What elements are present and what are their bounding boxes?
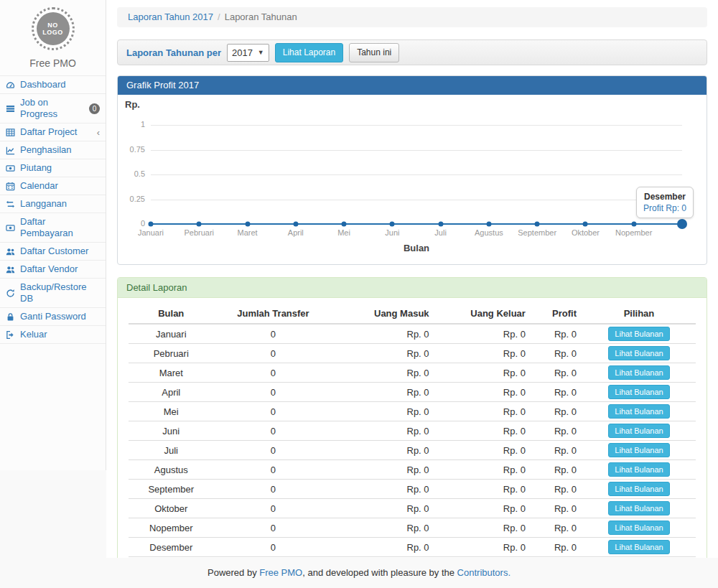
chart-panel-title: Grafik Profit 2017 (118, 76, 707, 95)
view-monthly-button[interactable]: Lihat Bulanan (608, 521, 669, 535)
data-point-maret[interactable] (245, 222, 250, 227)
sidebar-menu: DashboardJob on Progress0Daftar Project‹… (0, 75, 106, 344)
data-point-juni[interactable] (390, 222, 395, 227)
sidebar-item-langganan[interactable]: Langganan (0, 195, 106, 213)
data-point-oktober[interactable] (583, 222, 588, 227)
data-point-januari[interactable] (149, 222, 154, 227)
year-select[interactable]: 2017▼ (227, 44, 269, 62)
data-point-pebruari[interactable] (197, 222, 202, 227)
table-row: Nopember0Rp. 0Rp. 0Rp. 0Lihat Bulanan (129, 518, 696, 538)
cell-bulan: Agustus (129, 460, 214, 480)
footer-text-middle: , and developed with pleasure by the (302, 567, 457, 578)
table-row: April0Rp. 0Rp. 0Rp. 0Lihat Bulanan (129, 383, 696, 402)
cell-profit: Rp. 0 (531, 480, 582, 499)
view-monthly-button[interactable]: Lihat Bulanan (608, 462, 669, 477)
calendar-icon (6, 182, 16, 191)
view-monthly-button[interactable]: Lihat Bulanan (608, 482, 669, 496)
sidebar-item-label: Daftar Customer (20, 246, 88, 257)
sidebar-item-job-on-progress[interactable]: Job on Progress0 (0, 93, 106, 123)
data-point-september[interactable] (535, 222, 540, 227)
cell-profit: Rp. 0 (531, 383, 582, 402)
cell-uang-masuk: Rp. 0 (332, 538, 434, 557)
view-monthly-button[interactable]: Lihat Bulanan (608, 501, 669, 515)
sidebar-item-daftar-vendor[interactable]: Daftar Vendor (0, 260, 106, 278)
exchange-icon (6, 200, 16, 209)
data-point-mei[interactable] (342, 222, 347, 227)
gridline (151, 174, 682, 175)
cell-uang-keluar: Rp. 0 (435, 402, 531, 421)
sidebar-item-label: Calendar (20, 180, 58, 192)
cell-uang-masuk: Rp. 0 (332, 518, 434, 538)
y-tick-label: 0.25 (118, 195, 145, 203)
data-point-april[interactable] (293, 222, 298, 227)
sidebar-item-ganti-password[interactable]: Ganti Password (0, 307, 106, 325)
gridline (151, 125, 682, 126)
footer: Powered by Free PMO, and developed with … (0, 558, 718, 588)
sidebar-item-piutang[interactable]: Piutang (0, 159, 106, 177)
view-monthly-button[interactable]: Lihat Bulanan (608, 424, 669, 438)
cell-jumlah-transfer: 0 (214, 518, 333, 538)
sidebar-item-calendar[interactable]: Calendar (0, 177, 106, 195)
x-tick-label: Nopember (615, 228, 652, 237)
view-monthly-button[interactable]: Lihat Bulanan (608, 540, 669, 554)
column-header-pilihan: Pilihan (582, 304, 696, 324)
cell-profit: Rp. 0 (531, 441, 582, 460)
profit-line-chart: Rp. Bulan Desember Profit Rp: 0 00.250.5… (118, 95, 707, 264)
view-monthly-button[interactable]: Lihat Bulanan (608, 404, 669, 419)
table-row: Oktober0Rp. 0Rp. 0Rp. 0Lihat Bulanan (129, 499, 696, 518)
cell-uang-masuk: Rp. 0 (332, 324, 434, 344)
sidebar-item-daftar-project[interactable]: Daftar Project‹ (0, 123, 106, 141)
cell-pilihan: Lihat Bulanan (582, 518, 696, 538)
view-report-button[interactable]: Lihat Laporan (275, 43, 343, 62)
sidebar-item-daftar-pembayaran[interactable]: Daftar Pembayaran (0, 213, 106, 242)
cell-profit: Rp. 0 (531, 344, 582, 363)
data-point-desember[interactable] (677, 219, 687, 229)
cell-jumlah-transfer: 0 (214, 421, 333, 441)
view-monthly-button[interactable]: Lihat Bulanan (608, 327, 669, 341)
cell-jumlah-transfer: 0 (214, 499, 333, 518)
x-tick-label: September (518, 228, 556, 237)
column-header-profit: Profit (531, 304, 582, 324)
breadcrumb-current: Laporan Tahunan (225, 11, 297, 22)
table-header-row: BulanJumlah TransferUang MasukUang Kelua… (129, 304, 696, 324)
cell-jumlah-transfer: 0 (214, 441, 333, 460)
main-content: Laporan Tahun 2017/Laporan Tahunan Lapor… (106, 0, 718, 558)
view-monthly-button[interactable]: Lihat Bulanan (608, 346, 669, 360)
sidebar-item-label: Daftar Pembayaran (20, 216, 100, 239)
sidebar-item-daftar-customer[interactable]: Daftar Customer (0, 242, 106, 260)
table-row: Agustus0Rp. 0Rp. 0Rp. 0Lihat Bulanan (129, 460, 696, 480)
monthly-report-table: BulanJumlah TransferUang MasukUang Kelua… (129, 304, 696, 574)
breadcrumb: Laporan Tahun 2017/Laporan Tahunan (117, 7, 707, 27)
footer-app-link[interactable]: Free PMO (259, 567, 302, 578)
data-point-juli[interactable] (438, 222, 443, 227)
column-header-bulan: Bulan (129, 304, 214, 324)
data-point-agustus[interactable] (486, 222, 491, 227)
line-chart-icon (6, 146, 16, 155)
footer-contributors-link[interactable]: Contributors. (457, 567, 510, 578)
sidebar-item-label: Piutang (20, 162, 52, 174)
sign-out-icon (6, 330, 16, 340)
refresh-icon (6, 289, 16, 298)
view-monthly-button[interactable]: Lihat Bulanan (608, 365, 669, 380)
cell-profit: Rp. 0 (531, 499, 582, 518)
sidebar: NO LOGO Free PMO DashboardJob on Progres… (0, 0, 106, 470)
data-point-nopember[interactable] (631, 222, 636, 227)
cell-uang-keluar: Rp. 0 (435, 441, 531, 460)
cell-uang-keluar: Rp. 0 (435, 421, 531, 441)
sidebar-item-dashboard[interactable]: Dashboard (0, 75, 106, 93)
table-row: Mei0Rp. 0Rp. 0Rp. 0Lihat Bulanan (129, 402, 696, 421)
table-row: Maret0Rp. 0Rp. 0Rp. 0Lihat Bulanan (129, 363, 696, 383)
this-year-button[interactable]: Tahun ini (349, 43, 399, 62)
cell-uang-keluar: Rp. 0 (435, 518, 531, 538)
sidebar-item-backup-restore-db[interactable]: Backup/Restore DB (0, 278, 106, 307)
gridline (151, 150, 682, 151)
table-row: Desember0Rp. 0Rp. 0Rp. 0Lihat Bulanan (129, 538, 696, 557)
view-monthly-button[interactable]: Lihat Bulanan (608, 443, 669, 457)
sidebar-item-penghasilan[interactable]: Penghasilan (0, 141, 106, 159)
sidebar-item-keluar[interactable]: Keluar (0, 325, 106, 344)
view-monthly-button[interactable]: Lihat Bulanan (608, 385, 669, 399)
cell-uang-keluar: Rp. 0 (435, 363, 531, 383)
breadcrumb-link[interactable]: Laporan Tahun 2017 (128, 11, 213, 22)
cell-bulan: September (129, 480, 214, 499)
cell-uang-masuk: Rp. 0 (332, 441, 434, 460)
